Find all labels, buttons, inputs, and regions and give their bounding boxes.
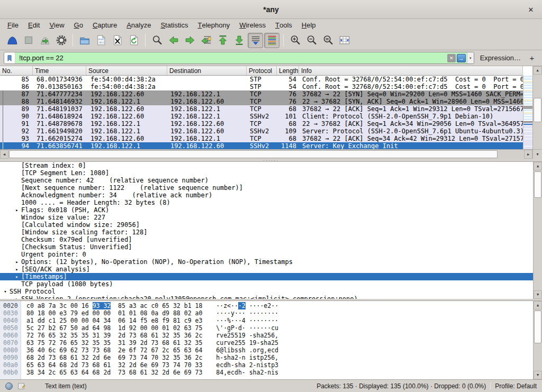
packet-list-vscrollbar[interactable]: ▲ <box>532 66 542 149</box>
detail-line[interactable]: ▸[Timestamps] <box>0 273 533 280</box>
packet-row[interactable]: 8568.001734936fe:54:00:d4:38:2aSTP54Conf… <box>0 76 523 83</box>
scroll-up-arrow[interactable]: ▲ <box>533 66 542 75</box>
detail-line[interactable]: [TCP Segment Len: 1080] <box>0 169 533 177</box>
close-file-button[interactable] <box>110 33 125 48</box>
expander-icon[interactable]: ▸ <box>13 273 21 280</box>
packet-row[interactable]: 8971.648191037192.168.122.60192.168.122.… <box>0 105 523 113</box>
detail-line[interactable]: Checksum: 0x79ed [unverified] <box>0 236 533 243</box>
menu-go[interactable]: Go <box>69 19 88 31</box>
detail-line[interactable]: [Window size scaling factor: 128] <box>0 229 533 236</box>
open-file-button[interactable] <box>77 33 92 48</box>
profile-status[interactable]: Profile: Default <box>495 382 537 390</box>
column-header-time[interactable]: Time <box>33 66 86 75</box>
go-forward-button[interactable] <box>182 33 197 48</box>
menu-tools[interactable]: Tools <box>270 19 297 31</box>
detail-line[interactable]: ▸Options: (12 bytes), No-Operation (NOP)… <box>0 258 533 266</box>
packet-list-minimap[interactable] <box>523 76 532 150</box>
capture-comment-icon[interactable] <box>17 382 25 390</box>
expander-icon[interactable]: ▸ <box>13 206 21 214</box>
filter-input[interactable]: !tcp.port == 22 <box>15 54 447 62</box>
column-header-no[interactable]: No. <box>0 66 33 75</box>
hex-row[interactable]: 003080 18 00 e3 79 ed 00 00 01 01 08 0a … <box>0 309 533 317</box>
detail-line[interactable]: [Stream index: 0] <box>0 162 533 169</box>
zoom-reset-button[interactable] <box>320 33 336 48</box>
packet-row[interactable]: 9171.648789678192.168.122.1192.168.122.6… <box>0 120 523 127</box>
clear-filter-button[interactable]: ✕ <box>447 54 456 62</box>
column-header-destination[interactable]: Destination <box>167 66 247 75</box>
column-header-length[interactable]: Length <box>277 66 299 75</box>
menu-statistics[interactable]: Statistics <box>156 19 193 31</box>
scroll-down-arrow[interactable]: ▼ <box>534 290 542 299</box>
menu-wireless[interactable]: Wireless <box>234 19 270 31</box>
details-vscrollbar[interactable]: ▲ ▼ <box>533 162 542 299</box>
hex-row[interactable]: 0020c0 a8 7a 3c 00 16 93 32 85 a3 ac c0 … <box>0 302 533 309</box>
detail-line[interactable]: [Next sequence number: 1122 (relative se… <box>0 184 533 192</box>
auto-scroll-button[interactable] <box>248 33 263 48</box>
packet-row[interactable]: 9471.663856741192.168.122.1192.168.122.6… <box>0 142 523 150</box>
column-header-source[interactable]: Source <box>86 66 167 75</box>
scroll-left-arrow[interactable]: ◀ <box>0 150 8 159</box>
scrollbar-thumb[interactable] <box>534 311 541 343</box>
expert-info-icon[interactable] <box>5 382 13 390</box>
restart-capture-button[interactable] <box>37 33 52 48</box>
scrollbar-thumb[interactable] <box>534 171 541 198</box>
display-filter-field[interactable]: !tcp.port == 22 ✕ → ▾ <box>4 52 474 64</box>
start-capture-button[interactable] <box>4 33 20 48</box>
capture-options-button[interactable] <box>53 33 69 48</box>
add-filter-button[interactable]: + <box>527 53 537 63</box>
scrollbar-thumb[interactable] <box>534 98 541 122</box>
menu-analyze[interactable]: Analyze <box>122 19 156 31</box>
hex-row[interactable]: 007063 75 72 76 65 32 35 35 31 39 2d 73 … <box>0 339 533 347</box>
expression-button[interactable]: Expression… <box>479 54 522 62</box>
menu-file[interactable]: File <box>3 19 23 31</box>
packet-row[interactable]: 9371.662015274192.168.122.60192.168.122.… <box>0 135 523 142</box>
colorize-button[interactable] <box>264 33 279 48</box>
stop-capture-button[interactable] <box>21 33 36 48</box>
packet-row[interactable]: 9071.648618924192.168.122.60192.168.122.… <box>0 113 523 120</box>
go-first-button[interactable] <box>215 33 230 48</box>
close-window-button[interactable]: ✕ <box>526 5 536 14</box>
hex-row[interactable]: 00505c 27 b2 67 50 ad 64 98 1d 92 00 00 … <box>0 324 533 332</box>
detail-line[interactable]: Urgent pointer: 0 <box>0 251 533 258</box>
go-to-packet-button[interactable] <box>198 33 214 48</box>
hex-row[interactable]: 008036 40 6c 69 62 73 73 68 2e 6f 72 67 … <box>0 347 533 354</box>
scroll-right-arrow[interactable]: ▶ <box>524 150 532 159</box>
detail-line[interactable]: Window size value: 227 <box>0 214 533 221</box>
menu-help[interactable]: Help <box>297 19 321 31</box>
scroll-down-arrow[interactable]: ▼ <box>534 371 542 379</box>
hex-row[interactable]: 00b038 34 2c 65 63 64 68 2d 73 68 61 32 … <box>0 369 533 376</box>
column-header-info[interactable]: Info <box>299 66 523 75</box>
scrollbar-thumb[interactable] <box>9 150 498 158</box>
expander-icon[interactable]: ▾ <box>1 288 10 295</box>
detail-line[interactable]: 1000 .... = Header Length: 32 bytes (8) <box>0 199 533 206</box>
packet-list-hscrollbar[interactable]: ◀ ▶ <box>0 149 532 159</box>
detail-line[interactable]: [Calculated window size: 29056] <box>0 221 533 229</box>
hex-row[interactable]: 006072 76 65 32 35 35 31 39 2d 73 68 61 … <box>0 332 533 339</box>
detail-line[interactable]: Sequence number: 42 (relative sequence n… <box>0 177 533 184</box>
zoom-out-button[interactable] <box>304 33 319 48</box>
save-file-button[interactable]: 01011011 <box>93 33 109 48</box>
expander-icon[interactable]: ▸ <box>13 258 21 266</box>
scroll-up-arrow[interactable]: ▲ <box>534 301 542 309</box>
find-packet-button[interactable] <box>149 33 165 48</box>
go-back-button[interactable] <box>166 33 181 48</box>
bytes-vscrollbar[interactable]: ▲ ▼ <box>533 301 542 379</box>
hex-row[interactable]: 0040a1 dd c1 25 00 00 04 34 06 14 f5 e8 … <box>0 317 533 324</box>
detail-line[interactable]: Acknowledgment number: 34 (relative ack … <box>0 192 533 199</box>
detail-line[interactable]: ▾SSH Protocol <box>0 288 533 295</box>
zoom-in-button[interactable] <box>287 33 303 48</box>
expander-icon[interactable]: ▸ <box>13 295 21 299</box>
packet-row[interactable]: 8871.648146932192.168.122.1192.168.122.6… <box>0 98 523 105</box>
packet-row[interactable]: 8771.647777234192.168.122.60192.168.122.… <box>0 90 523 98</box>
menu-capture[interactable]: Capture <box>88 19 122 31</box>
detail-line[interactable]: ▸SSH Version 2 (encryption:chacha20-poly… <box>0 295 533 299</box>
detail-line[interactable]: ▸Flags: 0x018 (PSH, ACK) <box>0 206 533 214</box>
hex-row[interactable]: 00a065 63 64 68 2d 73 68 61 32 2d 6e 69 … <box>0 361 533 369</box>
resize-columns-button[interactable] <box>337 33 352 48</box>
scroll-up-arrow[interactable]: ▲ <box>534 162 542 170</box>
filter-bookmark-icon[interactable] <box>4 52 15 63</box>
detail-line[interactable]: TCP payload (1080 bytes) <box>0 280 533 288</box>
column-header-protocol[interactable]: Protocol <box>247 66 277 75</box>
expander-icon[interactable]: ▸ <box>13 266 21 273</box>
reload-file-button[interactable] <box>126 33 141 48</box>
